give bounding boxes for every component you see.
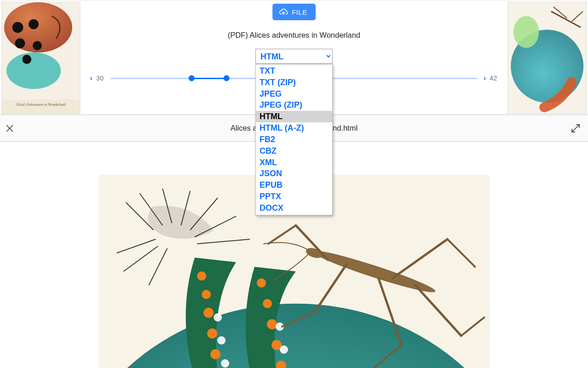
format-option[interactable]: JPEG (ZIP) [256, 99, 332, 111]
format-option[interactable]: XML [256, 157, 332, 168]
svg-point-24 [207, 328, 217, 339]
svg-point-47 [280, 345, 288, 354]
format-option[interactable]: JPEG [256, 88, 332, 100]
svg-point-5 [15, 38, 25, 48]
svg-point-43 [214, 313, 222, 322]
file-button-label: FILE [292, 8, 307, 16]
format-option[interactable]: FB2 [256, 134, 332, 145]
slider-end-label: 42 [490, 75, 497, 82]
format-dropdown-list[interactable]: TXTTXT (ZIP)JPEGJPEG (ZIP)HTMLHTML (A-Z)… [255, 64, 333, 215]
close-button[interactable] [4, 122, 16, 134]
prev-page-chevron-icon[interactable]: ‹ [90, 75, 92, 82]
format-select[interactable]: HTML [255, 49, 333, 64]
svg-point-21 [197, 271, 206, 281]
format-select-wrap: HTML [255, 49, 333, 64]
format-option[interactable]: HTML [256, 111, 332, 122]
svg-point-44 [217, 336, 226, 345]
document-title: (PDF) Alices adventures in Wonderland [82, 31, 506, 40]
slider-handle-end[interactable] [223, 75, 229, 81]
svg-text:Alice's Adventures in Wonderla: Alice's Adventures in Wonderland [16, 103, 66, 107]
svg-point-30 [263, 299, 272, 308]
thumbnail-first-page[interactable]: Alice's Adventures in Wonderland [1, 2, 80, 114]
svg-point-45 [221, 359, 229, 368]
svg-point-22 [202, 290, 211, 299]
fullscreen-button[interactable] [570, 122, 582, 134]
svg-point-23 [204, 308, 214, 318]
svg-point-31 [267, 319, 277, 329]
center-controls: FILE (PDF) Alices adventures in Wonderla… [82, 0, 506, 115]
expand-icon [571, 123, 581, 133]
format-option[interactable]: HTML (A-Z) [256, 122, 332, 134]
format-option[interactable]: PPTX [256, 191, 332, 202]
format-option[interactable]: DOCX [256, 202, 332, 214]
slider-fill [192, 78, 226, 79]
svg-point-3 [12, 22, 23, 33]
cloud-upload-icon [279, 7, 288, 17]
slider-start-label: 30 [96, 75, 103, 82]
file-button[interactable]: FILE [272, 4, 316, 20]
svg-point-2 [6, 52, 61, 89]
svg-line-18 [572, 125, 579, 132]
svg-point-12 [514, 16, 539, 48]
svg-point-25 [210, 349, 220, 359]
format-option[interactable]: CBZ [256, 145, 332, 157]
next-page-chevron-icon[interactable]: › [484, 75, 486, 82]
format-option[interactable]: EPUB [256, 179, 332, 191]
thumbnail-last-page[interactable] [508, 2, 587, 114]
svg-point-6 [33, 41, 42, 50]
svg-point-7 [22, 55, 31, 64]
svg-point-29 [257, 278, 266, 288]
svg-point-4 [28, 19, 39, 29]
slider-handle-start[interactable] [188, 75, 194, 81]
format-option[interactable]: TXT (ZIP) [256, 77, 332, 88]
close-icon [6, 124, 14, 132]
format-option[interactable]: JSON [256, 168, 332, 179]
format-option[interactable]: TXT [256, 65, 332, 77]
top-panel: Alice's Adventures in Wonderland FILE (P… [0, 0, 588, 115]
